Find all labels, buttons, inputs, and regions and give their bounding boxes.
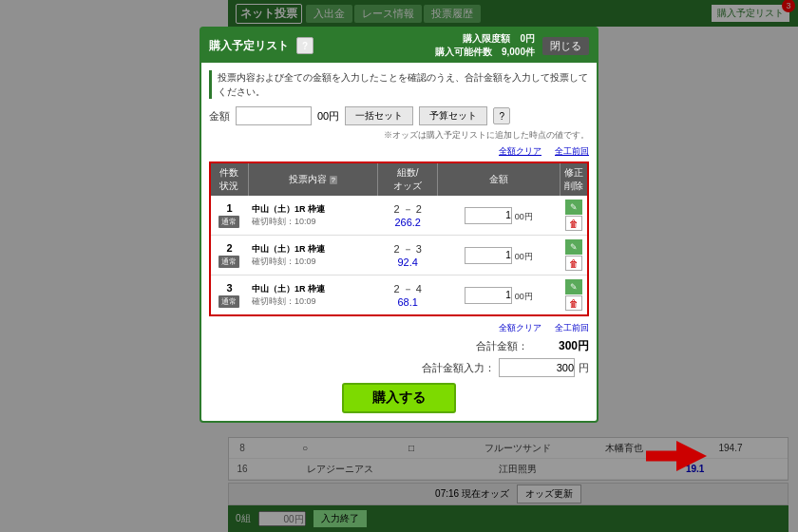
row-num-status: 3 通常 (210, 276, 248, 316)
limit-value: 0円 (520, 33, 535, 44)
purchase-list-modal: 購入予定リスト ? 購入限度額 0円 購入可能件数 9,000件 閉じる 投票内… (200, 27, 598, 423)
col-amount: 金額 (438, 162, 560, 196)
amount-input[interactable] (236, 106, 312, 125)
row-amount-input[interactable] (465, 287, 512, 304)
row-num-status: 1 通常 (210, 196, 248, 236)
clear-all-link[interactable]: 全額クリア (499, 146, 542, 156)
clear-amounts-link[interactable]: 全額クリア (499, 323, 542, 332)
available-value: 9,000件 (502, 47, 535, 57)
row-race-info: 中山（土）1R 枠連 確切時刻：10:09 (248, 276, 378, 316)
delete-button[interactable]: 🗑 (565, 295, 582, 311)
row-number: 1 (226, 202, 232, 214)
row-combo-odds: 2 － 3 92.4 (378, 236, 438, 276)
total-value: 300円 (532, 338, 589, 354)
col-odds: 組数/オッズ (378, 162, 438, 196)
bet-table: 件数状況 投票内容 ? 組数/オッズ 金額 修正削除 1 通常 中山（土）1R … (209, 162, 589, 316)
status-badge: 通常 (218, 256, 239, 268)
fill-prev-link[interactable]: 全工前回 (555, 323, 589, 332)
total-amount-input[interactable] (499, 358, 575, 377)
svg-marker-0 (646, 441, 707, 471)
limit-label: 購入限度額 (463, 33, 510, 44)
available-label: 購入可能件数 (435, 47, 492, 57)
edit-button[interactable]: ✎ (565, 200, 582, 215)
row-number: 3 (226, 282, 232, 294)
row-amount-unit: 00円 (515, 211, 533, 220)
row-number: 2 (226, 242, 232, 254)
amount-help-button[interactable]: ? (493, 107, 510, 124)
total-label: 合計金額： (476, 339, 528, 353)
total-input-label: 合計金額入力： (422, 361, 495, 375)
bulk-set-button[interactable]: 一括セット (345, 106, 413, 125)
table-row: 2 通常 中山（土）1R 枠連 確切時刻：10:09 2 － 3 92.4 00… (210, 236, 588, 276)
edit-button[interactable]: ✎ (565, 239, 582, 255)
row-race-info: 中山（土）1R 枠連 確切時刻：10:09 (248, 196, 378, 236)
modal-body: 投票内容および全ての金額を入力したことを確認のうえ、合計金額を入力して投票してく… (201, 63, 597, 421)
status-badge: 通常 (218, 216, 239, 228)
modal-help-button[interactable]: ? (296, 37, 314, 54)
row-amount-unit: 00円 (515, 251, 533, 260)
preset-set-button[interactable]: 予算セット (419, 106, 487, 125)
col-status: 件数状況 (210, 162, 248, 196)
row-amount: 00円 (438, 196, 560, 236)
row-race-info: 中山（土）1R 枠連 確切時刻：10:09 (248, 236, 378, 276)
table-bottom-links: 全額クリア 全工前回 (209, 322, 589, 334)
purchase-button[interactable]: 購入する (342, 383, 456, 413)
notice-text: 投票内容および全ての金額を入力したことを確認のうえ、合計金額を入力して投票してく… (209, 70, 589, 99)
total-input-unit: 円 (579, 361, 589, 375)
row-actions: ✎ 🗑 (560, 196, 588, 236)
amount-unit: 00円 (317, 109, 339, 124)
modal-title-area: 購入予定リスト ? 購入限度額 0円 購入可能件数 9,000件 (209, 32, 535, 59)
table-row: 1 通常 中山（土）1R 枠連 確切時刻：10:09 2 － 2 266.2 0… (210, 196, 588, 236)
row-actions: ✎ 🗑 (560, 236, 588, 276)
amount-label: 金額 (209, 109, 230, 124)
delete-button[interactable]: 🗑 (565, 216, 582, 231)
row-amount: 00円 (438, 236, 560, 276)
col-action: 修正削除 (560, 162, 588, 196)
row-amount-unit: 00円 (515, 291, 533, 300)
fill-all-link[interactable]: 全工前回 (555, 146, 589, 156)
modal-close-button[interactable]: 閉じる (542, 37, 589, 55)
total-summary: 合計金額： 300円 (209, 338, 589, 354)
table-top-links: 全額クリア 全工前回 (209, 145, 589, 158)
modal-header: 購入予定リスト ? 購入限度額 0円 購入可能件数 9,000件 閉じる (201, 28, 597, 63)
row-combo-odds: 2 － 2 266.2 (378, 196, 438, 236)
red-arrow (646, 437, 722, 475)
table-row: 3 通常 中山（土）1R 枠連 確切時刻：10:09 2 － 4 68.1 00… (210, 276, 588, 316)
row-num-status: 2 通常 (210, 236, 248, 276)
status-badge: 通常 (218, 295, 239, 308)
row-amount-input[interactable] (465, 207, 512, 224)
total-input-row: 合計金額入力： 円 (209, 358, 589, 377)
row-actions: ✎ 🗑 (560, 276, 588, 316)
odds-note: ※オッズは購入予定リストに追加した時点の値です。 (209, 129, 589, 142)
row-combo-odds: 2 － 4 68.1 (378, 276, 438, 316)
row-amount-input[interactable] (465, 247, 512, 264)
delete-button[interactable]: 🗑 (565, 256, 582, 271)
purchase-limit-info: 購入限度額 0円 購入可能件数 9,000件 (435, 32, 535, 59)
edit-button[interactable]: ✎ (565, 279, 582, 294)
modal-title: 購入予定リスト (209, 38, 289, 54)
row-amount: 00円 (438, 276, 560, 316)
amount-row: 金額 00円 一括セット 予算セット ? (209, 106, 589, 125)
col-content: 投票内容 ? (248, 162, 378, 196)
